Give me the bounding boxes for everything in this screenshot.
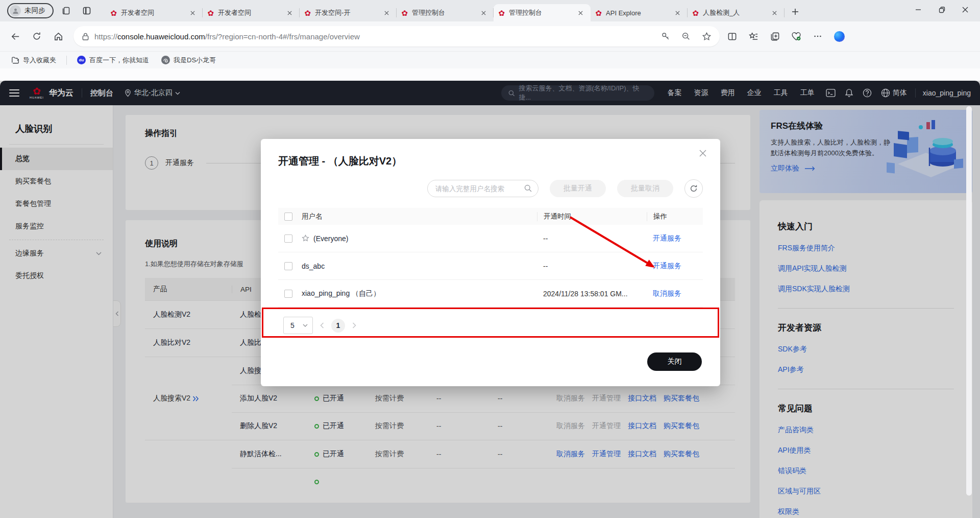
baidu-icon: du	[77, 56, 86, 64]
new-tab-button[interactable]	[788, 4, 803, 19]
activation-management-modal: 开通管理 - （人脸比对V2） 批量开通 批量取消 用户名 开通时间 操作	[261, 139, 720, 386]
bookmark-ds[interactable]: 我是DS小龙哥	[157, 54, 220, 66]
refresh-button[interactable]	[684, 179, 703, 198]
divider	[66, 56, 67, 65]
browser-tab-bar: 未同步 ✿开发者空间 ✿开发者空间 ✿开发空间-开 ✿管理控制台 ✿管理控制台 …	[0, 0, 980, 21]
cancel-service-link[interactable]: 取消服务	[653, 289, 681, 297]
tab-dev-space-1[interactable]: ✿开发者空间	[106, 4, 203, 21]
tab-face-detect[interactable]: ✿人脸检测_人	[688, 4, 785, 21]
huawei-favicon-icon: ✿	[402, 9, 408, 17]
person-icon	[12, 8, 19, 14]
password-key-icon[interactable]	[656, 27, 675, 45]
browser-profile-button[interactable]: 未同步	[7, 3, 54, 18]
tab-api-explorer[interactable]: ✿API Explore	[591, 4, 688, 21]
workspaces-icon[interactable]	[59, 3, 74, 18]
copilot-icon[interactable]	[830, 27, 848, 45]
modal-close-icon[interactable]	[697, 147, 709, 159]
huawei-favicon-icon: ✿	[111, 9, 117, 17]
tab-dev-space-2[interactable]: ✿开发者空间	[203, 4, 300, 21]
close-modal-button[interactable]: 关闭	[647, 352, 702, 371]
close-window-button[interactable]	[953, 0, 977, 19]
tab-close-icon[interactable]	[285, 8, 295, 17]
tab-close-icon[interactable]	[576, 8, 585, 17]
row-checkbox[interactable]	[284, 234, 292, 243]
page-size-select[interactable]: 5	[283, 317, 313, 334]
user-table-header: 用户名 开通时间 操作	[278, 208, 703, 225]
search-icon[interactable]	[524, 184, 532, 192]
tab-close-icon[interactable]	[770, 8, 779, 17]
tab-strip: ✿开发者空间 ✿开发者空间 ✿开发空间-开 ✿管理控制台 ✿管理控制台 ✿API…	[106, 0, 785, 21]
tab-close-icon[interactable]	[188, 8, 198, 17]
browser-essentials-icon[interactable]	[787, 27, 805, 45]
split-screen-icon[interactable]	[723, 27, 741, 45]
tab-console-active[interactable]: ✿管理控制台	[494, 4, 591, 21]
huawei-favicon-icon: ✿	[499, 9, 505, 17]
refresh-icon	[690, 184, 698, 193]
tab-close-icon[interactable]	[479, 8, 488, 17]
huawei-favicon-icon: ✿	[596, 9, 602, 17]
refresh-button[interactable]	[28, 27, 46, 45]
huawei-favicon-icon: ✿	[305, 9, 311, 17]
address-bar[interactable]: https://console.huaweicloud.com/frs/?reg…	[74, 26, 720, 46]
favorite-star-icon[interactable]	[697, 27, 716, 45]
page-number[interactable]: 1	[331, 319, 345, 333]
open-service-link[interactable]: 开通服务	[653, 234, 681, 242]
pagination: 5 1	[283, 317, 720, 334]
settings-more-icon[interactable]	[808, 27, 827, 45]
lock-icon	[82, 32, 89, 41]
profile-label: 未同步	[24, 6, 45, 15]
open-service-link[interactable]: 开通服务	[653, 262, 681, 270]
tab-close-icon[interactable]	[673, 8, 682, 17]
tab-close-icon[interactable]	[382, 8, 391, 17]
bookmark-baidu[interactable]: du 百度一下，你就知道	[73, 54, 153, 66]
huawei-favicon-icon: ✿	[693, 9, 699, 17]
tab-console-1[interactable]: ✿管理控制台	[397, 4, 494, 21]
huawei-favicon-icon: ✿	[208, 9, 214, 17]
window-gap	[0, 68, 980, 81]
select-all-checkbox[interactable]	[284, 213, 292, 221]
minimize-button[interactable]	[906, 0, 930, 19]
batch-open-button[interactable]: 批量开通	[550, 180, 606, 197]
url-text[interactable]: https://console.huaweicloud.com/frs/?reg…	[94, 32, 656, 41]
home-button[interactable]	[49, 27, 67, 45]
star-icon	[302, 234, 309, 242]
zoom-out-icon[interactable]	[677, 27, 695, 45]
batch-cancel-button[interactable]: 批量取消	[617, 180, 673, 197]
user-search-input[interactable]	[427, 180, 538, 197]
bookmark-import-favorites[interactable]: 导入收藏夹	[7, 54, 60, 66]
page-scrollbar[interactable]	[966, 106, 972, 496]
table-row-everyone: (Everyone) -- 开通服务	[278, 225, 703, 252]
window-controls	[906, 0, 977, 19]
collections-icon[interactable]	[766, 27, 784, 45]
user-search	[427, 180, 538, 197]
table-row-self: xiao_ping_ping （自己） 2024/11/28 13:58:01 …	[278, 280, 703, 308]
modal-controls: 批量开通 批量取消	[261, 168, 720, 198]
ds-avatar-icon	[161, 56, 170, 64]
user-table: 用户名 开通时间 操作 (Everyone) -- 开通服务 ds_abc --…	[278, 208, 703, 308]
next-page-icon[interactable]	[352, 322, 356, 328]
tab-dev-space-3[interactable]: ✿开发空间-开	[300, 4, 397, 21]
chevron-down-icon	[303, 324, 308, 327]
bookmarks-bar: 导入收藏夹 du 百度一下，你就知道 我是DS小龙哥	[0, 51, 980, 68]
restore-button[interactable]	[930, 0, 953, 19]
browser-toolbar: https://console.huaweicloud.com/frs/?reg…	[0, 21, 980, 51]
modal-title: 开通管理 - （人脸比对V2）	[261, 139, 720, 168]
row-checkbox[interactable]	[284, 262, 292, 270]
row-checkbox[interactable]	[284, 290, 292, 298]
avatar	[10, 5, 21, 16]
console-page: ✿ HUAWEI 华为云 控制台 华北-北京四 搜索云服务、文档、资源(名称/I…	[0, 81, 980, 518]
vertical-tabs-icon[interactable]	[79, 3, 94, 18]
back-button[interactable]	[6, 27, 24, 45]
favorites-bar-icon[interactable]	[744, 27, 763, 45]
import-favorites-icon	[11, 56, 19, 64]
prev-page-icon[interactable]	[320, 322, 324, 328]
table-row-ds-abc: ds_abc -- 开通服务	[278, 252, 703, 280]
